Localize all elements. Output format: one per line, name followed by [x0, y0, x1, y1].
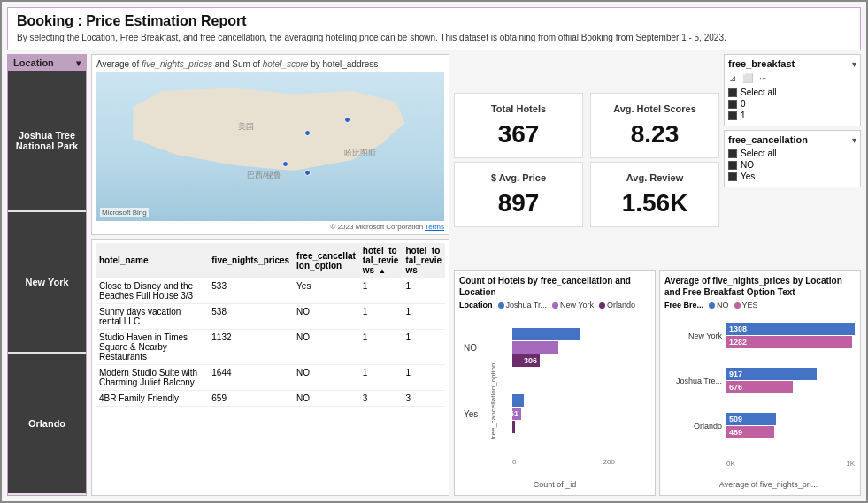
filter-breakfast-title: free_breakfast — [728, 58, 795, 69]
chart2-panel: Average of five_nights_prices by Locatio… — [659, 270, 861, 496]
map-background: 美国 巴西/秘鲁 哈比图斯 Microsoft Bing — [96, 72, 444, 221]
chart1-bar-fill-0-2: 306 — [512, 354, 540, 367]
chart1-legend-joshua-label: Joshua Tr... — [506, 301, 548, 309]
filter-cancellation-yes[interactable]: Yes — [728, 171, 856, 181]
cell-cancellation: NO — [293, 304, 359, 330]
chart2-legend-no-dot — [709, 302, 715, 309]
map-dot-4 — [304, 170, 311, 176]
cell-cancellation: NO — [293, 391, 359, 407]
chart2-bar-fill-0-0: 1308 — [726, 323, 855, 335]
sidebar-item-joshua[interactable]: Joshua Tree National Park — [8, 71, 86, 212]
cell-reviews2: 1 — [402, 278, 445, 304]
kpi-avg-score: Avg. Hotel Scores 8.23 — [590, 93, 719, 158]
filter-cancellation-yes-checkbox[interactable] — [728, 172, 737, 181]
sidebar-item-orlando[interactable]: Orlando — [8, 354, 86, 495]
th-hotel-name[interactable]: hotel_name — [96, 243, 208, 278]
th-reviews1[interactable]: hotel_total_reviews ▲ — [359, 243, 403, 278]
chart1-bar-label-0-2: 306 — [524, 356, 537, 365]
chart2-xticks: 0K1K — [726, 460, 855, 468]
filter-breakfast-selectall-checkbox[interactable] — [728, 88, 737, 97]
center-panel: Average of five_nights_prices and Sum of… — [91, 54, 449, 496]
chart2-legend: Free Bre... NO YES — [664, 301, 856, 309]
chart1-ylabel-1: Yes — [464, 409, 478, 419]
chart2-title: Average of five_nights_prices by Locatio… — [664, 275, 856, 298]
th-reviews2[interactable]: hotel_total_reviews — [402, 243, 445, 278]
filter-cancellation-no[interactable]: NO — [728, 160, 856, 170]
filter-breakfast-0[interactable]: 0 — [728, 99, 856, 109]
chart1-legend-orlando-dot — [599, 302, 605, 309]
table-row: Studio Haven in Times Square & Nearby Re… — [96, 330, 445, 365]
filter-cancellation-header: free_cancellation ▾ — [728, 134, 856, 145]
sidebar-item-orlando-label: Orlando — [28, 418, 65, 429]
table-row: 4BR Family Friendly 659 NO 3 3 — [96, 391, 445, 407]
chart1-legend-newyork-dot — [552, 302, 558, 309]
sidebar-header[interactable]: Location ▾ — [8, 55, 86, 71]
chart1-yaxis-title: free_cancellation_option — [489, 363, 497, 440]
kpi-row-bottom: $ Avg. Price 897 Avg. Review 1.56K — [454, 162, 719, 227]
chart1-bar-fill-1-1: 61 — [512, 408, 521, 420]
table-row: Close to Disney and the Beaches Full Hou… — [96, 278, 445, 304]
th-cancellation[interactable]: free_cancellation_option — [293, 243, 359, 278]
filter-cancellation-dropdown-icon[interactable]: ▾ — [852, 135, 856, 145]
chart1-legend-orlando: Orlando — [599, 301, 635, 309]
filter-breakfast-header: free_breakfast ▾ — [728, 58, 856, 69]
chart1-bar-label-1-1: 61 — [510, 409, 518, 418]
header: Booking : Price Estimation Report By sel… — [7, 7, 861, 50]
chart2-area: Average of five_nights_pri... New York13… — [664, 312, 856, 491]
kpi-avg-price: $ Avg. Price 897 — [454, 162, 583, 227]
data-table: hotel_name five_nights_prices free_cance… — [96, 243, 445, 407]
cell-reviews2: 1 — [402, 304, 445, 330]
chart1-bar-fill-1-0 — [512, 394, 524, 407]
filter-breakfast-panel: free_breakfast ▾ ⊿ ⬜ ··· Select all — [724, 54, 861, 126]
filter-cancellation-selectall-checkbox[interactable] — [728, 149, 737, 158]
chart2-bar-fill-1-1: 676 — [726, 381, 793, 393]
map-section: Average of five_nights_prices and Sum of… — [91, 54, 449, 235]
map-title: Average of five_nights_prices and Sum of… — [96, 59, 444, 69]
filter-breakfast-funnel-btn[interactable]: ⊿ — [728, 72, 737, 84]
filter-cancellation-selectall[interactable]: Select all — [728, 149, 856, 158]
chart2-xaxis-label: Average of five_nights_pri... — [719, 480, 818, 489]
kpi-avg-price-value: 897 — [459, 189, 578, 217]
filter-breakfast-1[interactable]: 1 — [728, 111, 856, 120]
chart1-bar-fill-1-2 — [512, 421, 515, 433]
terms-link[interactable]: Terms — [425, 223, 444, 231]
th-price[interactable]: five_nights_prices — [208, 243, 293, 278]
chart1-bar-0-1 — [512, 341, 615, 354]
sidebar-header-label: Location — [13, 57, 54, 68]
chart2-legend-yes-label: YES — [742, 301, 758, 309]
map-dot-2 — [344, 117, 350, 123]
filter-breakfast-selectall-label: Select all — [741, 88, 777, 97]
filter-cancellation-no-checkbox[interactable] — [728, 161, 737, 170]
cell-reviews1: 1 — [359, 304, 403, 330]
filter-breakfast-export-btn[interactable]: ⬜ — [741, 72, 754, 84]
filter-breakfast-more-btn[interactable]: ··· — [758, 72, 767, 84]
chart2-bar-1-0: 917 — [726, 368, 855, 380]
cell-hotel-name: Studio Haven in Times Square & Nearby Re… — [96, 330, 208, 365]
kpi-avg-review-value: 1.56K — [595, 189, 714, 217]
filter-breakfast-selectall[interactable]: Select all — [728, 88, 856, 97]
chart1-xaxis-label: Count of _id — [534, 480, 577, 489]
chart2-ylabel-2: Orlando — [669, 422, 722, 431]
filter-cancellation-no-label: NO — [741, 160, 754, 170]
chart1-xticks: 0200 — [512, 458, 615, 466]
cell-price: 659 — [208, 391, 293, 407]
chart1-bars: free_cancellation_option Count of _id NO… — [459, 312, 650, 491]
main-container: Booking : Price Estimation Report By sel… — [0, 0, 868, 503]
chart1-group-0: NO306 — [512, 328, 615, 368]
kpi-row-top: Total Hotels 367 Avg. Hotel Scores 8.23 — [454, 93, 719, 158]
cell-reviews2: 1 — [402, 330, 445, 365]
chart2-legend-yes-dot — [734, 302, 741, 309]
charts-row: Count of Hotels by free_cancellation and… — [454, 270, 861, 496]
sidebar-dropdown-icon[interactable]: ▾ — [76, 58, 81, 68]
cell-reviews2: 3 — [402, 391, 445, 407]
filter-panels: free_breakfast ▾ ⊿ ⬜ ··· Select all — [724, 54, 861, 266]
sidebar-item-newyork[interactable]: New York — [8, 212, 86, 354]
filter-breakfast-0-checkbox[interactable] — [728, 100, 737, 109]
filter-breakfast-1-checkbox[interactable] — [728, 111, 737, 120]
chart2-bar-label-2-0: 509 — [729, 415, 742, 423]
table-row: Modern Studio Suite with Charming Juliet… — [96, 365, 445, 391]
cell-reviews2: 1 — [402, 365, 445, 391]
filter-breakfast-dropdown-icon[interactable]: ▾ — [852, 59, 856, 69]
chart1-ylabel-0: NO — [464, 343, 477, 353]
page-title: Booking : Price Estimation Report — [17, 13, 851, 29]
